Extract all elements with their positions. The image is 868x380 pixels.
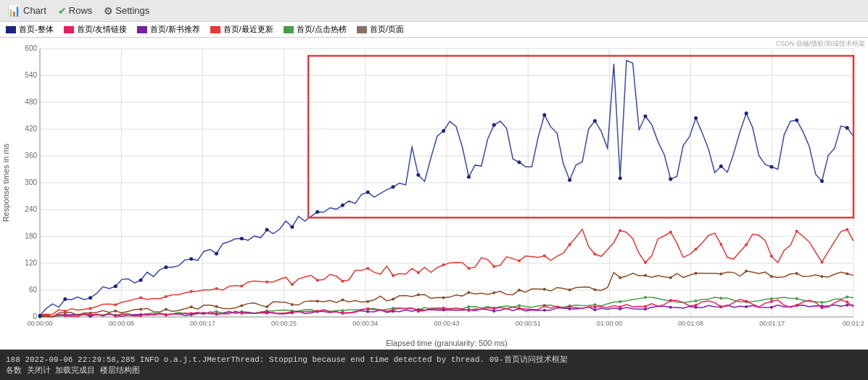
legend-color-swatch	[64, 26, 74, 33]
rows-label: Rows	[69, 5, 93, 16]
legend-item: 首页/点击热榜	[284, 24, 347, 35]
chart-canvas	[0, 38, 868, 350]
legend-color-swatch	[357, 26, 367, 33]
legend-item: 首页/页面	[357, 24, 404, 35]
legend-color-swatch	[137, 26, 147, 33]
toolbar: 📊 Chart ✔ Rows ⚙ Settings	[0, 0, 868, 22]
rows-button[interactable]: ✔ Rows	[54, 4, 97, 18]
chart-icon: 📊	[7, 4, 21, 17]
status-line-number: 188	[6, 355, 20, 364]
chart-area: CSDN @融/债权/前端技术框架	[0, 38, 868, 350]
legend-item: 首页/新书推荐	[137, 24, 200, 35]
legend-item-label: 首页/友情链接	[77, 24, 127, 35]
legend-item: 首页/友情链接	[64, 24, 127, 35]
status-line-1: 188 2022-09-06 22:29:58,285 INFO o.a.j.t…	[6, 354, 862, 365]
legend-item-label: 首页/点击热榜	[297, 24, 347, 35]
status-line-2: 各数 关闭计 加载完成目 楼层结构图	[6, 365, 862, 376]
settings-icon: ⚙	[104, 5, 113, 17]
rows-icon: ✔	[58, 5, 67, 17]
legend-item-label: 首页/最近更新	[223, 24, 273, 35]
chart-button[interactable]: 📊 Chart	[3, 3, 51, 19]
legend-item-label: 首页/新书推荐	[150, 24, 200, 35]
watermark: CSDN @融/债权/前端技术框架	[776, 39, 865, 49]
legend-item-label: 首页-整体	[19, 24, 54, 35]
legend-item: 首页/最近更新	[210, 24, 273, 35]
settings-button[interactable]: ⚙ Settings	[99, 4, 154, 18]
legend: 首页-整体首页/友情链接首页/新书推荐首页/最近更新首页/点击热榜首页/页面	[0, 22, 868, 38]
chart-label: Chart	[23, 5, 46, 16]
legend-color-swatch	[284, 26, 294, 33]
status-log-content: 2022-09-06 22:29:58,285 INFO o.a.j.t.JMe…	[25, 355, 567, 364]
legend-item: 首页-整体	[6, 24, 54, 35]
legend-color-swatch	[210, 26, 220, 33]
settings-label: Settings	[115, 5, 149, 16]
legend-item-label: 首页/页面	[370, 24, 404, 35]
legend-color-swatch	[6, 26, 16, 33]
status-bar: 188 2022-09-06 22:29:58,285 INFO o.a.j.t…	[0, 350, 868, 380]
